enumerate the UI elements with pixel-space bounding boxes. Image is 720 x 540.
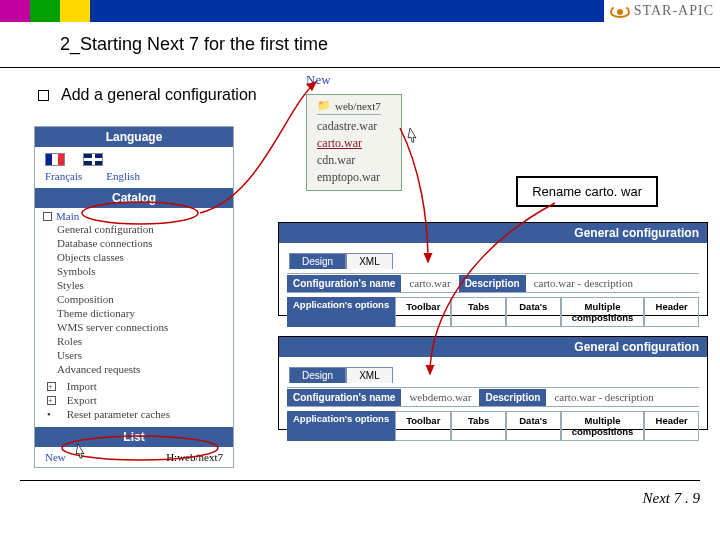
catalog-item[interactable]: Symbols (57, 264, 227, 278)
catalog-import[interactable]: + Import (47, 379, 227, 393)
square-bullet-icon (38, 90, 49, 101)
tab-xml[interactable]: XML (346, 367, 393, 383)
bullet-text: Add a general configuration (61, 86, 257, 104)
bullet-item: Add a general configuration (38, 86, 257, 104)
opt-toolbar[interactable]: Toolbar (395, 297, 451, 327)
opt-header[interactable]: Header (644, 411, 699, 441)
opt-multiple[interactable]: Multiple compositions (561, 411, 645, 441)
catalog-item[interactable]: Composition (57, 292, 227, 306)
catalog-item[interactable]: Styles (57, 278, 227, 292)
brand-logo: STAR-APIC (604, 0, 720, 22)
catalog-item[interactable]: Database connections (57, 236, 227, 250)
rename-callout: Rename carto. war (516, 176, 658, 207)
catalog-item[interactable]: Users (57, 348, 227, 362)
war-item[interactable]: cdn.war (317, 152, 381, 169)
catalog-export[interactable]: + Export (47, 393, 227, 407)
catalog-tree: General configuration Database connectio… (43, 222, 227, 376)
page-footer: Next 7 . 9 (643, 490, 701, 507)
opt-header[interactable]: Header (644, 297, 699, 327)
list-panel-header: List (35, 427, 233, 447)
list-row: New H:web/next7 (35, 447, 233, 467)
list-new-link[interactable]: New (45, 451, 66, 463)
config-name-value[interactable]: webdemo.war (401, 388, 479, 406)
war-dropdown[interactable]: 📁web/next7 cadastre.war carto.war cdn.wa… (306, 94, 402, 191)
panel-header: General configuration (279, 223, 707, 243)
plus-icon: + (47, 396, 56, 405)
config-tabs: Design XML (279, 357, 707, 387)
plus-icon: + (47, 382, 56, 391)
config-name-label: Configuration's name (287, 389, 401, 406)
new-war-menu: New 📁web/next7 cadastre.war carto.war cd… (306, 72, 402, 191)
config-desc-label: Description (479, 389, 546, 406)
opt-datas[interactable]: Data's (506, 297, 561, 327)
catalog-item[interactable]: General configuration (57, 222, 227, 236)
catalog-item[interactable]: Theme dictionary (57, 306, 227, 320)
flag-en-icon[interactable] (83, 153, 103, 166)
config-desc-label: Description (459, 275, 526, 292)
catalog-sidebar: Language Français English Catalog Main G… (34, 126, 234, 468)
list-path: H:web/next7 (166, 451, 223, 463)
folder-icon: 📁 (317, 99, 331, 112)
config-name-label: Configuration's name (287, 275, 401, 292)
config-desc-value[interactable]: carto.war - description (546, 388, 661, 406)
catalog-item[interactable]: Advanced requests (57, 362, 227, 376)
catalog-item[interactable]: Objects classes (57, 250, 227, 264)
tab-design[interactable]: Design (289, 253, 346, 269)
war-path: web/next7 (335, 100, 381, 112)
war-item-selected[interactable]: carto.war (317, 135, 381, 152)
opt-toolbar[interactable]: Toolbar (395, 411, 451, 441)
lang-english-link[interactable]: English (106, 170, 140, 182)
footer-rule (20, 480, 700, 481)
slide-title: 2_Starting Next 7 for the first time (0, 22, 720, 65)
tab-design[interactable]: Design (289, 367, 346, 383)
war-item[interactable]: cadastre.war (317, 118, 381, 135)
config-tabs: Design XML (279, 243, 707, 273)
config-desc-value[interactable]: carto.war - description (526, 274, 641, 292)
catalog-main[interactable]: Main (43, 210, 227, 222)
war-item[interactable]: emptopo.war (317, 169, 381, 186)
catalog-panel-header: Catalog (35, 188, 233, 208)
tab-xml[interactable]: XML (346, 253, 393, 269)
brand-name: STAR-APIC (634, 3, 714, 19)
new-link[interactable]: New (306, 72, 402, 88)
opt-multiple[interactable]: Multiple compositions (561, 297, 645, 327)
app-options-label: Application's options (287, 411, 395, 441)
app-options-label: Application's options (287, 297, 395, 327)
config-name-value[interactable]: carto.war (401, 274, 458, 292)
lang-french-link[interactable]: Français (45, 170, 82, 182)
general-config-panel-before: General configuration Design XML Configu… (278, 222, 708, 316)
catalog-item[interactable]: Roles (57, 334, 227, 348)
checkbox-icon[interactable] (43, 212, 52, 221)
catalog-reset-cache[interactable]: • Reset parameter caches (47, 407, 227, 421)
panel-header: General configuration (279, 337, 707, 357)
opt-tabs[interactable]: Tabs (451, 297, 506, 327)
catalog-item[interactable]: WMS server connections (57, 320, 227, 334)
flag-fr-icon[interactable] (45, 153, 65, 166)
opt-tabs[interactable]: Tabs (451, 411, 506, 441)
language-panel-header: Language (35, 127, 233, 147)
eye-icon (610, 4, 630, 18)
brand-stripe: STAR-APIC (0, 0, 720, 22)
opt-datas[interactable]: Data's (506, 411, 561, 441)
general-config-panel-after: General configuration Design XML Configu… (278, 336, 708, 430)
